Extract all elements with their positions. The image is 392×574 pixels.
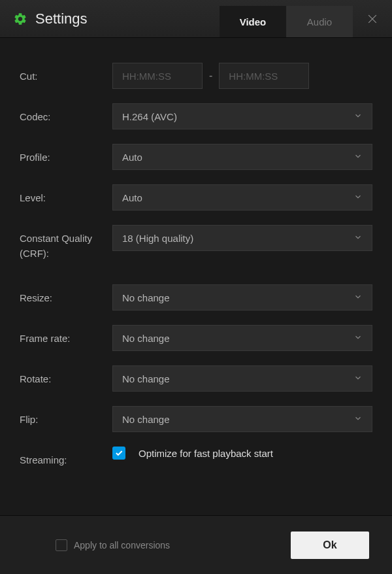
tab-video[interactable]: Video [220, 6, 286, 37]
close-button[interactable] [366, 12, 379, 25]
row-crf: Constant Quality (CRF): 18 (High quality… [20, 225, 372, 261]
label-framerate: Frame rate: [20, 325, 112, 346]
profile-select[interactable]: Auto [112, 144, 372, 170]
chevron-down-icon [353, 333, 363, 344]
chevron-down-icon [353, 152, 363, 163]
label-cut: Cut: [20, 63, 112, 84]
label-codec: Codec: [20, 103, 112, 125]
chevron-down-icon [353, 414, 363, 425]
footer: Apply to all conversions Ok [0, 515, 392, 574]
level-select[interactable]: Auto [112, 184, 372, 211]
gear-icon [13, 12, 27, 26]
row-resize: Resize: No change [20, 284, 372, 311]
label-rotate: Rotate: [20, 365, 112, 387]
cut-end-input[interactable] [219, 63, 309, 89]
row-flip: Flip: No change [20, 406, 372, 432]
streaming-checkbox-label: Optimize for fast playback start [139, 448, 273, 459]
chevron-down-icon [353, 111, 363, 122]
resize-select[interactable]: No change [112, 284, 372, 311]
flip-value: No change [122, 414, 170, 425]
row-cut: Cut: - [20, 63, 372, 89]
chevron-down-icon [353, 292, 363, 303]
crf-select[interactable]: 18 (High quality) [112, 225, 372, 251]
row-profile: Profile: Auto [20, 144, 372, 170]
resize-value: No change [122, 292, 170, 303]
rotate-select[interactable]: No change [112, 365, 372, 392]
crf-value: 18 (High quality) [122, 233, 193, 244]
row-framerate: Frame rate: No change [20, 325, 372, 351]
profile-value: Auto [122, 152, 142, 163]
ok-button[interactable]: Ok [291, 532, 369, 559]
page-title: Settings [35, 10, 220, 27]
row-level: Level: Auto [20, 184, 372, 211]
settings-header: Settings Video Audio [0, 0, 392, 38]
chevron-down-icon [353, 233, 363, 244]
row-codec: Codec: H.264 (AVC) [20, 103, 372, 129]
label-crf: Constant Quality (CRF): [20, 225, 112, 261]
cut-start-input[interactable] [112, 63, 203, 89]
chevron-down-icon [353, 192, 363, 203]
close-icon [366, 12, 379, 25]
label-profile: Profile: [20, 144, 112, 165]
apply-all-label: Apply to all conversions [74, 540, 170, 550]
label-level: Level: [20, 184, 112, 206]
row-rotate: Rotate: No change [20, 365, 372, 392]
label-flip: Flip: [20, 406, 112, 428]
cut-separator: - [209, 70, 212, 82]
rotate-value: No change [122, 373, 170, 384]
settings-form: Cut: - Codec: H.264 (AVC) Profile: Auto … [0, 38, 392, 496]
codec-value: H.264 (AVC) [122, 111, 177, 122]
label-streaming: Streaming: [20, 447, 112, 468]
apply-all-checkbox[interactable] [56, 539, 67, 551]
streaming-checkbox[interactable] [112, 447, 125, 460]
chevron-down-icon [353, 373, 363, 384]
level-value: Auto [122, 192, 142, 203]
flip-select[interactable]: No change [112, 406, 372, 432]
tab-audio[interactable]: Audio [286, 6, 353, 37]
framerate-select[interactable]: No change [112, 325, 372, 351]
check-icon [114, 448, 123, 458]
codec-select[interactable]: H.264 (AVC) [112, 103, 372, 129]
framerate-value: No change [122, 333, 170, 344]
row-streaming: Streaming: Optimize for fast playback st… [20, 447, 372, 468]
label-resize: Resize: [20, 284, 112, 306]
tab-bar: Video Audio [220, 0, 353, 37]
